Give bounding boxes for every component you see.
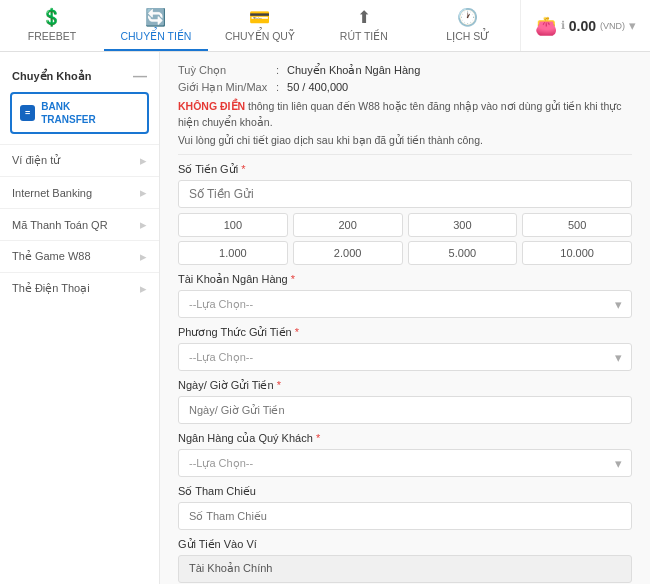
so-tham-chieu-input[interactable] [178,502,632,530]
sidebar-item-vi-dien-tu[interactable]: Ví điện tử ▸ [0,144,159,176]
notice-text-2: Vui lòng gửi chi tiết giao dịch sau khi … [178,134,632,146]
ngan-hang-field: Ngân Hàng của Quý Khách * --Lựa Chọn-- [178,432,632,477]
phuong-thuc-label: Phương Thức Gửi Tiền [178,326,292,338]
sidebar-item-the-game-w88[interactable]: Thẻ Game W88 ▸ [0,240,159,272]
sidebar-label-vi-dien-tu: Ví điện tử [12,154,60,167]
rut-tien-icon: ⬆ [357,7,371,28]
sidebar-header: Chuyển Khoản — [0,60,159,88]
tuy-chon-colon: : [276,64,279,76]
so-tien-gui-input[interactable] [178,180,632,208]
nav-freebet-label: FREEBET [28,30,76,42]
nav-item-chuyen-qu[interactable]: 💳 CHUYỂN QUỸ [208,0,312,51]
gioi-han-label: Giới Hạn Min/Max [178,81,268,94]
sidebar-item-the-dien-thoai[interactable]: Thẻ Điện Thoại ▸ [0,272,159,304]
arrow-icon-the-game-w88: ▸ [140,249,147,264]
amt-btn-1000[interactable]: 1.000 [178,241,288,265]
chuyen-qu-icon: 💳 [249,7,270,28]
nav-item-rut-tien[interactable]: ⬆ RÚT TIỀN [312,0,416,51]
gui-tien-vao-vi-field: Gửi Tiền Vào Ví [178,538,632,583]
nav-item-chuyen-tien[interactable]: 🔄 CHUYỂN TIỀN [104,0,208,51]
sidebar-label-internet-banking: Internet Banking [12,187,92,199]
ngay-gio-label: Ngày/ Giờ Gửi Tiền [178,379,274,391]
sidebar-item-ma-thanh-toan-qr[interactable]: Mã Thanh Toán QR ▸ [0,208,159,240]
tai-khoan-ngan-hang-select[interactable]: --Lựa Chọn-- [178,290,632,318]
sidebar-label-the-dien-thoai: Thẻ Điện Thoại [12,282,90,295]
tai-khoan-ngan-hang-label: Tài Khoản Ngân Hàng [178,273,288,285]
sidebar-label-ma-thanh-toan-qr: Mã Thanh Toán QR [12,219,108,231]
nav-item-freebet[interactable]: 💲 FREEBET [0,0,104,51]
currency-label: (VND) [600,21,625,31]
bank-transfer-card[interactable]: = BANKTRANSFER [10,92,149,134]
amt-btn-2000[interactable]: 2.000 [293,241,403,265]
tuy-chon-value: Chuyển Khoản Ngân Hàng [287,64,420,77]
so-tien-gui-label: Số Tiền Gửi [178,163,238,175]
gui-tien-vao-vi-label: Gửi Tiền Vào Ví [178,538,257,550]
amt-btn-300[interactable]: 300 [408,213,518,237]
so-tham-chieu-field: Số Tham Chiếu [178,485,632,530]
phuong-thuc-required: * [295,326,299,338]
wallet-area: 👛 ℹ 0.00 (VND) ▾ [520,0,650,51]
sidebar-item-internet-banking[interactable]: Internet Banking ▸ [0,176,159,208]
amt-btn-200[interactable]: 200 [293,213,403,237]
so-tien-gui-field: Số Tiền Gửi * 100 200 300 500 1.000 2.00… [178,163,632,265]
so-tien-required: * [241,163,245,175]
sidebar-label-the-game-w88: Thẻ Game W88 [12,250,91,263]
lich-su-icon: 🕐 [457,7,478,28]
sidebar-collapse-icon[interactable]: — [133,68,147,84]
freebet-icon: 💲 [41,7,62,28]
phuong-thuc-field: Phương Thức Gửi Tiền * --Lựa Chọn-- [178,326,632,371]
phuong-thuc-select[interactable]: --Lựa Chọn-- [178,343,632,371]
amt-btn-10000[interactable]: 10.000 [522,241,632,265]
nav-chuyen-tien-label: CHUYỂN TIỀN [120,30,191,42]
gui-tien-vao-vi-input [178,555,632,583]
amt-btn-100[interactable]: 100 [178,213,288,237]
sidebar: Chuyển Khoản — = BANKTRANSFER Ví điện tử… [0,52,160,584]
notice-text: KHÔNG ĐIỀN thông tin liên quan đến W88 h… [178,99,632,131]
ngay-gio-field: Ngày/ Giờ Gửi Tiền * [178,379,632,424]
arrow-icon-vi-dien-tu: ▸ [140,153,147,168]
ngay-gio-input[interactable] [178,396,632,424]
nav-rut-tien-label: RÚT TIỀN [340,30,388,42]
wallet-icon: 👛 [535,15,557,37]
top-nav: 💲 FREEBET 🔄 CHUYỂN TIỀN 💳 CHUYỂN QUỸ ⬆ R… [0,0,650,52]
ngan-hang-select[interactable]: --Lựa Chọn-- [178,449,632,477]
arrow-icon-internet-banking: ▸ [140,185,147,200]
tai-khoan-required: * [291,273,295,285]
info-icon: ℹ [561,19,565,32]
nav-lich-su-label: LỊCH SỬ [446,30,489,42]
bank-transfer-icon: = [20,105,35,121]
ngan-hang-label: Ngân Hàng của Quý Khách [178,432,313,444]
arrow-icon-ma-thanh-toan-qr: ▸ [140,217,147,232]
gioi-han-colon: : [276,81,279,93]
nav-item-lich-su[interactable]: 🕐 LỊCH SỬ [416,0,520,51]
arrow-icon-the-dien-thoai: ▸ [140,281,147,296]
bank-transfer-label: BANKTRANSFER [41,100,95,126]
balance-display: 0.00 [569,18,596,34]
ngay-gio-required: * [277,379,281,391]
tuy-chon-label: Tuỳ Chọn [178,64,268,77]
ngan-hang-required: * [316,432,320,444]
chuyen-tien-icon: 🔄 [145,7,166,28]
chevron-icon[interactable]: ▾ [629,18,636,33]
main-content: Tuỳ Chọn : Chuyển Khoản Ngân Hàng Giới H… [160,52,650,584]
nav-chuyen-qu-label: CHUYỂN QUỸ [225,30,295,42]
amt-btn-5000[interactable]: 5.000 [408,241,518,265]
tai-khoan-ngan-hang-field: Tài Khoản Ngân Hàng * --Lựa Chọn-- [178,273,632,318]
sidebar-title: Chuyển Khoản [12,70,91,83]
amt-btn-500[interactable]: 500 [522,213,632,237]
so-tham-chieu-label: Số Tham Chiếu [178,485,256,497]
gioi-han-value: 50 / 400,000 [287,81,348,93]
